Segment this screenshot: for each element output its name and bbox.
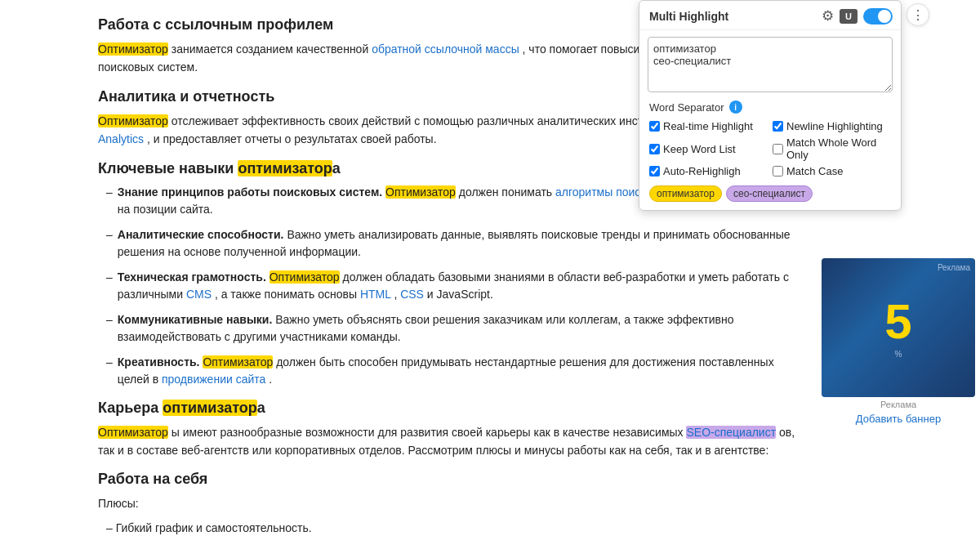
dots-menu-button[interactable]: ⋮ — [906, 3, 929, 26]
ad-reklama-label: Реклама — [938, 263, 970, 272]
widget-header: Multi Highlight ⚙ U — [639, 1, 901, 30]
word-separator-row: Word Separator i — [649, 101, 891, 114]
skills-list: – Знание принципов работы поисковых сист… — [106, 184, 808, 388]
skill-item-4: – Коммуникативные навыки. Важно уметь об… — [106, 311, 808, 346]
ad-banner: Реклама 5 % — [822, 258, 975, 397]
section5-bullet-1: – Гибкий график и самостоятельность. — [106, 520, 808, 537]
widget-container: Multi Highlight ⚙ U оптимизатор сео-спец… — [639, 0, 902, 211]
link-css[interactable]: CSS — [400, 288, 424, 301]
checkbox-matchwhole[interactable] — [773, 144, 783, 154]
link-seo-specialist[interactable]: SEO-специалист — [686, 426, 776, 439]
checkbox-matchwhole-text: Match Whole Word Only — [786, 136, 891, 161]
checkbox-keepword-text: Keep Word List — [663, 143, 736, 155]
checkbox-autorehigh[interactable] — [649, 166, 660, 176]
highlight-optimizer-4: Оптимизатор — [385, 185, 456, 199]
keywords-textarea[interactable]: оптимизатор сео-специалист — [648, 37, 893, 92]
checkbox-realtime-label[interactable]: Real-time Highlight — [649, 120, 768, 132]
checkbox-realtime-text: Real-time Highlight — [663, 120, 753, 132]
ad-subtitle: % — [895, 350, 902, 359]
link-algorithms[interactable]: алгоритмы поиска — [555, 185, 653, 199]
widget-title: Multi Highlight — [649, 10, 728, 23]
ad-reklama-text: Реклама — [822, 400, 975, 409]
highlight-optimizer-6: Оптимизатор — [203, 355, 273, 369]
section5-heading: Работа на себя — [98, 471, 808, 488]
checkbox-matchwhole-label[interactable]: Match Whole Word Only — [773, 136, 891, 161]
link-cms[interactable]: CMS — [186, 288, 212, 301]
checkbox-matchcase-text: Match Case — [786, 165, 843, 177]
link-promotion[interactable]: продвижении сайта — [162, 373, 265, 386]
ad-number: 5 — [884, 297, 911, 346]
checkbox-realtime[interactable] — [649, 121, 660, 132]
checkboxes-grid: Real-time Highlight Newline Highlighting… — [649, 120, 891, 177]
code-u-icon[interactable]: U — [840, 9, 858, 24]
highlight-optimizer-8: Оптимизатор — [98, 426, 168, 439]
section5-bullets: – Гибкий график и самостоятельность. — [106, 520, 808, 537]
highlight-seo-1: SEO-специалист — [686, 426, 776, 439]
add-banner-button[interactable]: Добавить баннер — [822, 413, 975, 425]
checkbox-newline[interactable] — [773, 121, 783, 132]
multi-highlight-panel: Multi Highlight ⚙ U оптимизатор сео-спец… — [639, 0, 902, 211]
ad-container: Реклама 5 % Реклама Добавить баннер — [822, 258, 975, 425]
section5-plyusy: Плюсы: — [98, 494, 808, 512]
checkbox-keepword[interactable] — [649, 144, 660, 154]
tags-row: оптимизатор сео-специалист — [639, 181, 901, 210]
highlight-optimizer-7: оптимизатор — [163, 400, 256, 416]
link-backlinks[interactable]: обратной ссылочной массы — [372, 42, 519, 56]
widget-options: Word Separator i Real-time Highlight New… — [639, 96, 901, 181]
skill-item-3: – Техническая грамотность. Оптимизатор д… — [106, 269, 808, 303]
highlight-optimizer-3: оптимизатор — [238, 160, 332, 176]
widget-controls: ⚙ U — [822, 7, 893, 25]
highlight-optimizer-5: Оптимизатор — [270, 270, 340, 284]
highlight-optimizer-1: Оптимизатор — [98, 42, 168, 56]
checkbox-matchcase-label[interactable]: Match Case — [773, 165, 891, 177]
section4-para1: Оптимизатор ы имеют разнообразные возмож… — [98, 423, 808, 460]
skill-item-2: – Аналитические способности. Важно уметь… — [106, 226, 808, 261]
info-icon[interactable]: i — [729, 101, 742, 114]
checkbox-newline-label[interactable]: Newline Highlighting — [773, 120, 891, 132]
section4-heading: Карьера оптимизатора — [98, 400, 808, 417]
checkbox-newline-text: Newline Highlighting — [786, 120, 883, 132]
checkbox-keepword-label[interactable]: Keep Word List — [649, 136, 768, 161]
page-wrapper: Работа с ссылочным профилем Оптимизатор … — [0, 0, 980, 545]
checkbox-autorehigh-label[interactable]: Auto-ReHighligh — [649, 165, 768, 177]
skill-item-5: – Креативность. Оптимизатор должен быть … — [106, 354, 808, 388]
toggle-knob — [878, 10, 891, 23]
toggle-switch[interactable] — [863, 8, 893, 25]
highlight-optimizer-2: Оптимизатор — [98, 114, 168, 127]
gear-icon[interactable]: ⚙ — [822, 7, 834, 25]
link-html[interactable]: HTML — [360, 288, 391, 301]
checkbox-matchcase[interactable] — [773, 166, 783, 176]
word-separator-label: Word Separator — [649, 101, 724, 114]
tag-seo-specialist[interactable]: сео-специалист — [726, 185, 813, 202]
tag-optimizer[interactable]: оптимизатор — [649, 185, 722, 202]
checkbox-autorehigh-text: Auto-ReHighligh — [663, 165, 741, 177]
